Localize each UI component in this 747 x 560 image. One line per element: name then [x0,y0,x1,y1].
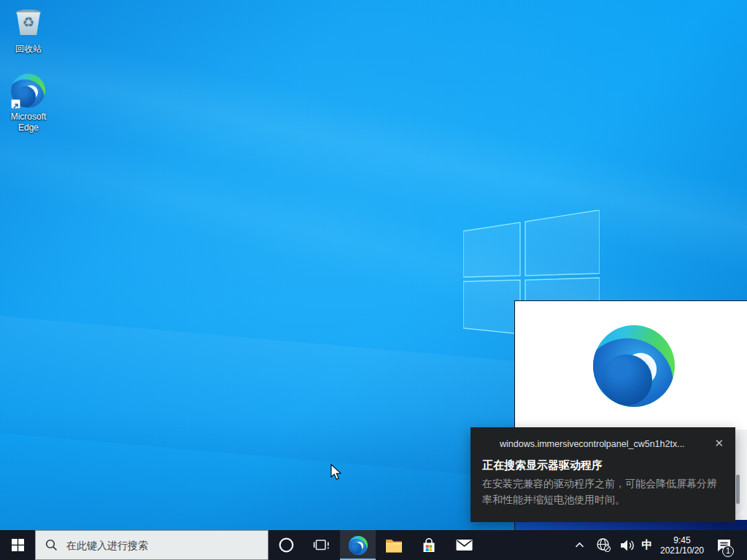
chevron-up-icon [575,542,584,548]
clock-date: 2021/10/20 [660,545,704,556]
taskbar-clock[interactable]: 9:45 2021/10/20 [657,530,707,560]
taskbar-edge-button[interactable] [340,530,376,560]
clock-time: 9:45 [673,535,690,545]
resize-grip[interactable] [736,508,744,516]
edge-logo-icon [11,74,46,109]
network-status-button[interactable] [592,530,614,560]
desktop-icon-label: Microsoft Edge [1,112,56,133]
microsoft-store-button[interactable] [411,530,446,560]
ime-label: 中 [642,538,653,552]
toast-title: 正在搜索显示器驱动程序 [482,459,603,472]
search-icon [45,539,58,551]
mail-button[interactable] [446,530,481,560]
task-view-button[interactable] [303,530,338,560]
mouse-cursor [330,464,344,481]
wallpaper-beam [0,13,747,296]
edge-logo-splash-icon [593,325,675,407]
volume-button[interactable] [616,530,639,560]
desktop-icon-microsoft-edge[interactable]: Microsoft Edge [1,74,56,133]
search-input[interactable] [65,539,247,552]
action-center-button[interactable]: 1 [709,530,738,560]
desktop-icon-recycle-bin[interactable]: ♻ 回收站 [1,6,56,55]
scrollbar-thumb[interactable] [736,475,740,504]
file-explorer-button[interactable] [376,530,411,560]
mail-icon [455,538,473,552]
desktop: ♻ 回收站 Microsoft Edge windows.immersiveco… [0,0,747,560]
ime-indicator[interactable]: 中 [638,530,657,560]
taskbar: 中 9:45 2021/10/20 1 [0,530,747,560]
desktop-icon-label: 回收站 [1,44,56,55]
cortana-ring-icon [278,537,295,553]
toast-app-id: windows.immersivecontrolpanel_cw5n1h2tx.… [500,439,685,449]
speaker-icon [619,538,635,553]
globe-no-internet-icon [596,537,611,553]
microsoft-store-icon [420,537,438,554]
task-view-icon [313,537,330,553]
notification-toast[interactable]: windows.immersivecontrolpanel_cw5n1h2tx.… [471,427,735,522]
recycle-symbol-icon: ♻ [11,14,46,31]
shortcut-arrow-icon [11,99,20,109]
windows-logo-icon [12,539,24,551]
cortana-button[interactable] [268,530,303,560]
edge-logo-icon [349,536,368,555]
close-icon[interactable]: ✕ [714,437,724,450]
tray-expand-button[interactable] [566,530,592,560]
notification-count-badge: 1 [722,545,734,557]
start-button[interactable] [0,530,35,560]
file-explorer-icon [384,537,403,553]
recycle-bin-icon: ♻ [11,6,46,41]
taskbar-search-box[interactable] [35,530,268,560]
toast-body: 在安装完兼容的驱动程序之前，可能会降低屏幕分辨率和性能并缩短电池使用时间。 [482,475,726,508]
